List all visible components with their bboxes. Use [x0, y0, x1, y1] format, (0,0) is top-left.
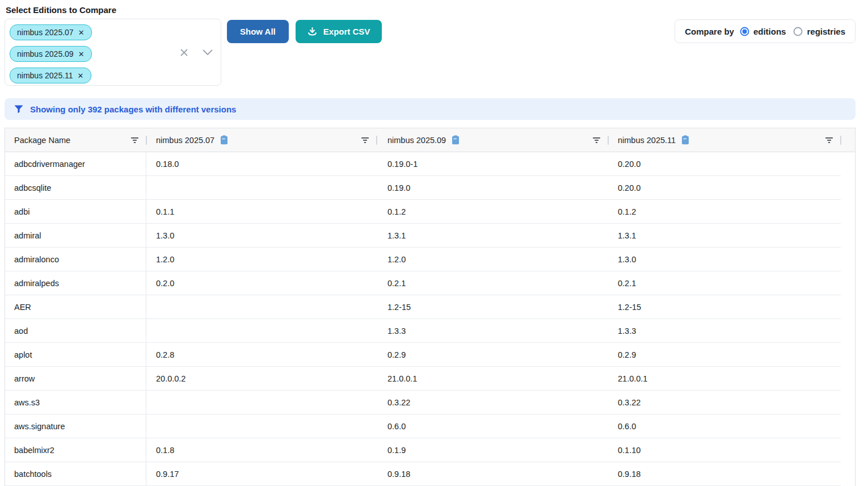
copy-column-icon[interactable]: [452, 135, 460, 145]
page-title: Select Editions to Compare: [5, 0, 856, 19]
cell-version: 0.3.22: [608, 391, 841, 414]
column-label: nimbus 2025.11: [618, 136, 676, 145]
filter-funnel-icon: [14, 105, 23, 114]
cell-version: 0.1.9: [377, 438, 608, 462]
cell-version: 0.18.0: [146, 152, 377, 176]
row-gutter: [841, 367, 855, 391]
compare-by-label: Compare by: [685, 27, 734, 36]
cell-version: 1.2-15: [608, 295, 841, 319]
show-all-label: Show All: [240, 27, 276, 36]
table-row: AER1.2-151.2-15: [5, 295, 855, 319]
cell-version: 0.20.0: [608, 152, 841, 176]
export-csv-label: Export CSV: [323, 27, 370, 36]
table-row: aplot0.2.80.2.90.2.9: [5, 343, 855, 367]
chevron-down-icon[interactable]: [203, 49, 213, 56]
column-label: nimbus 2025.07: [156, 136, 214, 145]
row-gutter: [841, 176, 855, 200]
header-cell-0[interactable]: Package Name: [5, 128, 146, 152]
cell-version: [146, 391, 377, 414]
show-all-button[interactable]: Show All: [227, 20, 289, 43]
row-gutter: [841, 248, 855, 271]
table-row: adbcdrivermanager0.18.00.19.0-10.20.0: [5, 152, 855, 176]
edition-tag-label: nimbus 2025.09: [17, 49, 74, 58]
cell-version: 0.2.9: [608, 343, 841, 367]
column-filter-icon[interactable]: [825, 137, 833, 144]
radio-registries[interactable]: registries: [793, 27, 845, 36]
table-header: Package Namenimbus 2025.07nimbus 2025.09…: [5, 128, 855, 152]
header-gutter: [841, 128, 855, 152]
cell-version: 1.3.0: [146, 224, 377, 248]
edition-tag[interactable]: nimbus 2025.09✕: [10, 46, 92, 62]
table-row: admiral1.3.01.3.11.3.1: [5, 224, 855, 248]
cell-package-name: AER: [5, 295, 146, 319]
cell-version: 21.0.0.1: [608, 367, 841, 391]
cell-version: 1.2.0: [377, 248, 608, 271]
cell-version: 0.9.18: [608, 462, 841, 486]
edition-multiselect[interactable]: nimbus 2025.07✕nimbus 2025.09✕nimbus 202…: [5, 19, 221, 86]
column-filter-icon[interactable]: [592, 137, 601, 144]
cell-version: [146, 414, 377, 438]
table-row: aws.s30.3.220.3.22: [5, 391, 855, 414]
radio-editions[interactable]: editions: [740, 27, 786, 36]
cell-package-name: aws.s3: [5, 391, 146, 414]
radio-label: editions: [753, 27, 786, 36]
cell-version: 0.2.1: [377, 271, 608, 295]
radio-unselected-icon[interactable]: [793, 27, 803, 36]
edition-tag[interactable]: nimbus 2025.11✕: [10, 68, 91, 83]
row-gutter: [841, 319, 855, 343]
filter-banner-text: Showing only 392 packages with different…: [30, 104, 236, 114]
copy-column-icon[interactable]: [681, 135, 689, 145]
cell-version: 1.2-15: [377, 295, 608, 319]
table-row: admiralonco1.2.01.2.01.3.0: [5, 248, 855, 271]
column-filter-icon[interactable]: [130, 137, 139, 144]
header-cell-3[interactable]: nimbus 2025.11: [608, 128, 841, 152]
table-row: babelmixr20.1.80.1.90.1.10: [5, 438, 855, 462]
table-row: adbcsqlite0.19.00.20.0: [5, 176, 855, 200]
cell-version: 0.9.17: [146, 462, 377, 486]
packages-table: Package Namenimbus 2025.07nimbus 2025.09…: [5, 128, 856, 486]
header-cell-1[interactable]: nimbus 2025.07: [146, 128, 377, 152]
table-row: arrow20.0.0.221.0.0.121.0.0.1: [5, 367, 855, 391]
page-container: Select Editions to Compare nimbus 2025.0…: [5, 0, 856, 486]
radio-selected-icon[interactable]: [740, 27, 749, 36]
multiselect-controls: [179, 19, 213, 85]
copy-column-icon[interactable]: [220, 135, 228, 145]
row-gutter: [841, 414, 855, 438]
cell-version: 0.1.1: [146, 200, 377, 224]
cell-version: [146, 176, 377, 200]
cell-package-name: adbi: [5, 200, 146, 224]
row-gutter: [841, 391, 855, 414]
cell-version: [146, 319, 377, 343]
row-gutter: [841, 462, 855, 486]
tag-remove-icon[interactable]: ✕: [78, 50, 85, 58]
clear-selection-icon[interactable]: [179, 48, 189, 57]
row-gutter: [841, 152, 855, 176]
table-body: adbcdrivermanager0.18.00.19.0-10.20.0adb…: [5, 152, 855, 486]
cell-version: 0.19.0: [377, 176, 608, 200]
cell-package-name: adbcdrivermanager: [5, 152, 146, 176]
cell-package-name: batchtools: [5, 462, 146, 486]
edition-tag-label: nimbus 2025.11: [17, 71, 73, 80]
cell-version: 0.20.0: [608, 176, 841, 200]
tag-remove-icon[interactable]: ✕: [78, 28, 85, 37]
table-row: aod1.3.31.3.3: [5, 319, 855, 343]
compare-by-options: editionsregistries: [740, 27, 845, 36]
table-row: adbi0.1.10.1.20.1.2: [5, 200, 855, 224]
cell-version: 1.2.0: [146, 248, 377, 271]
tag-remove-icon[interactable]: ✕: [78, 72, 84, 80]
column-filter-icon[interactable]: [361, 137, 369, 144]
cell-version: 21.0.0.1: [377, 367, 608, 391]
edition-tag[interactable]: nimbus 2025.07✕: [10, 24, 92, 40]
table-row: admiralpeds0.2.00.2.10.2.1: [5, 271, 855, 295]
cell-package-name: admiralonco: [5, 248, 146, 271]
export-csv-button[interactable]: Export CSV: [296, 20, 382, 43]
table-row: aws.signature0.6.00.6.0: [5, 414, 855, 438]
header-cell-2[interactable]: nimbus 2025.09: [377, 128, 608, 152]
cell-version: 0.1.2: [608, 200, 841, 224]
cell-version: [146, 295, 377, 319]
column-resize-handle[interactable]: [840, 136, 841, 145]
row-gutter: [841, 224, 855, 248]
row-gutter: [841, 295, 855, 319]
cell-version: 0.2.1: [608, 271, 841, 295]
cell-version: 0.2.8: [146, 343, 377, 367]
